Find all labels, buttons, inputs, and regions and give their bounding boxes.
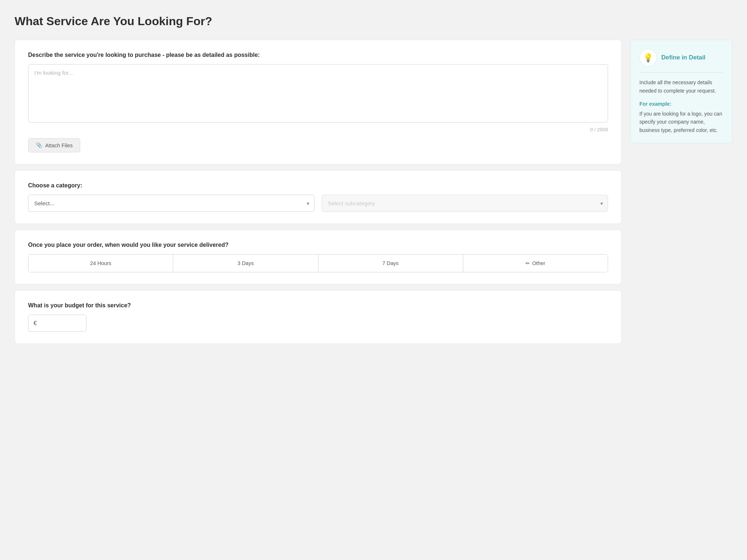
delivery-option-24hours[interactable]: 24 Hours: [28, 254, 173, 272]
delivery-option-7days[interactable]: 7 Days: [318, 254, 463, 272]
category-select-wrapper: Select... Design Development Marketing W…: [28, 195, 314, 212]
budget-card: What is your budget for this service? € …: [15, 290, 622, 344]
right-column: 💡 Define in Detail Include all the neces…: [630, 40, 732, 143]
delivery-7days-label: 7 Days: [382, 260, 399, 266]
category-label: Choose a category:: [28, 182, 608, 189]
delivery-3days-label: 3 Days: [237, 260, 254, 266]
info-card-title: Define in Detail: [661, 54, 705, 61]
category-select[interactable]: Select... Design Development Marketing W…: [28, 195, 314, 212]
info-card-intro: Include all the necessary details needed…: [639, 79, 716, 94]
budget-input[interactable]: [42, 315, 86, 331]
attach-files-label: Attach Files: [45, 143, 73, 148]
category-card: Choose a category: Select... Design Deve…: [15, 170, 622, 224]
delivery-option-other[interactable]: ✏ Other: [463, 254, 608, 272]
info-card: 💡 Define in Detail Include all the neces…: [630, 40, 732, 143]
description-card: Describe the service you're looking to p…: [15, 40, 622, 164]
left-column: Describe the service you're looking to p…: [15, 40, 622, 344]
info-card-body: Include all the necessary details needed…: [639, 78, 723, 134]
subcategory-select[interactable]: Select subcategory: [322, 195, 608, 212]
char-count: 0 / 2500: [28, 127, 608, 132]
bulb-icon: 💡: [643, 53, 653, 63]
info-card-header: 💡 Define in Detail: [639, 49, 723, 73]
currency-symbol: €: [28, 320, 42, 326]
description-textarea[interactable]: [28, 64, 608, 122]
delivery-24hours-label: 24 Hours: [90, 260, 111, 266]
paperclip-icon: 📎: [36, 142, 42, 148]
info-card-example-label: For example:: [639, 100, 723, 108]
selects-row: Select... Design Development Marketing W…: [28, 195, 608, 212]
page-title: What Service Are You Looking For?: [15, 15, 732, 28]
description-label: Describe the service you're looking to p…: [28, 52, 608, 58]
delivery-label: Once you place your order, when would yo…: [28, 242, 608, 248]
budget-label: What is your budget for this service?: [28, 302, 608, 309]
info-card-example-text: If you are looking for a logo, you can s…: [639, 111, 722, 133]
bulb-icon-wrap: 💡: [639, 49, 657, 66]
main-layout: Describe the service you're looking to p…: [15, 40, 732, 344]
delivery-card: Once you place your order, when would yo…: [15, 230, 622, 284]
delivery-option-3days[interactable]: 3 Days: [173, 254, 318, 272]
budget-input-wrapper: € ▲ ▼: [28, 315, 86, 332]
subcategory-select-wrapper: Select subcategory ▾: [322, 195, 608, 212]
pencil-icon: ✏: [526, 260, 530, 266]
attach-files-button[interactable]: 📎 Attach Files: [28, 138, 80, 152]
delivery-other-label: Other: [532, 260, 545, 266]
delivery-options-group: 24 Hours 3 Days 7 Days ✏ Other: [28, 254, 608, 272]
